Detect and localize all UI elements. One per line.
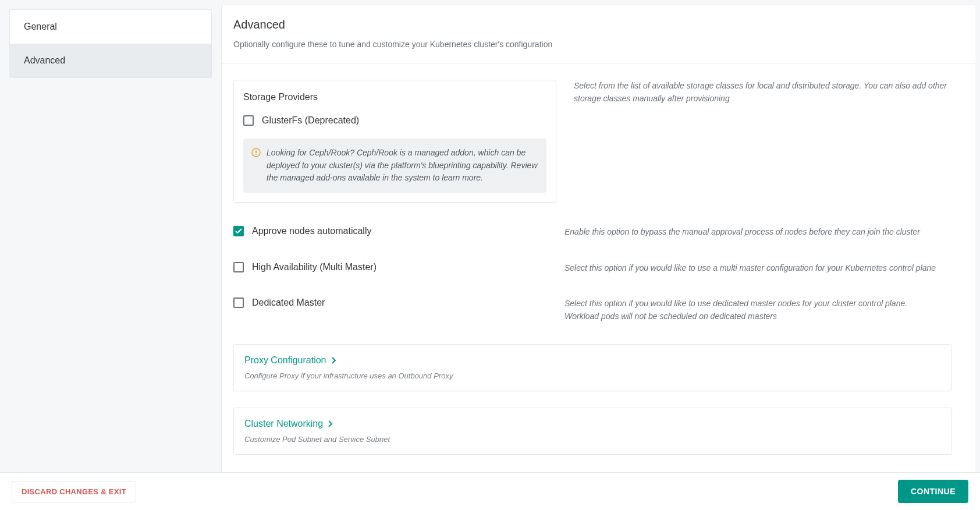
- checkbox[interactable]: [243, 115, 254, 126]
- storage-desc: Select from the list of available storag…: [556, 63, 975, 105]
- panel-cluster-networking[interactable]: Cluster Networking Customize Pod Subnet …: [233, 408, 952, 455]
- sidebar-item-label: Advanced: [24, 55, 65, 65]
- main-panel: Advanced Optionally configure these to t…: [221, 5, 975, 474]
- continue-button[interactable]: CONTINUE: [898, 480, 968, 503]
- checkbox[interactable]: [233, 262, 244, 272]
- panel-title: Proxy Configuration: [244, 355, 326, 366]
- main-header: Advanced Optionally configure these to t…: [222, 5, 975, 63]
- chevron-right-icon: [331, 357, 337, 364]
- setting-label: High Availability (Multi Master): [252, 262, 377, 272]
- svg-rect-2: [255, 154, 257, 155]
- setting-desc: Select this option if you would like to …: [564, 262, 964, 275]
- setting-label: Approve nodes automatically: [252, 226, 371, 236]
- panel-proxy-configuration[interactable]: Proxy Configuration Configure Proxy if y…: [233, 344, 952, 391]
- checkbox[interactable]: [233, 298, 244, 308]
- sidebar: General Advanced: [0, 0, 221, 474]
- setting-desc: Select this option if you would like to …: [564, 298, 964, 323]
- panel-desc: Configure Proxy if your infrastructure u…: [244, 371, 941, 380]
- info-text: Looking for Ceph/Rook? Ceph/Rook is a ma…: [267, 147, 538, 185]
- storage-title: Storage Providers: [243, 92, 546, 102]
- expand-header[interactable]: Cluster Networking: [244, 419, 941, 429]
- info-banner: Looking for Ceph/Rook? Ceph/Rook is a ma…: [243, 139, 546, 193]
- setting-high-availability: High Availability (Multi Master) Select …: [222, 262, 975, 275]
- setting-dedicated-master: Dedicated Master Select this option if y…: [222, 298, 975, 323]
- expand-header[interactable]: Proxy Configuration: [244, 355, 941, 366]
- panel-title: Cluster Networking: [244, 419, 323, 429]
- chevron-right-icon: [328, 420, 333, 427]
- panel-desc: Customize Pod Subnet and Service Subnet: [244, 435, 941, 444]
- setting-desc: Enable this option to bypass the manual …: [564, 226, 964, 239]
- sidebar-item-label: General: [24, 22, 57, 31]
- info-icon: [251, 148, 261, 157]
- page-title: Advanced: [233, 18, 964, 31]
- setting-label: Dedicated Master: [252, 298, 325, 308]
- sidebar-item-general[interactable]: General: [10, 10, 211, 44]
- discard-button[interactable]: DISCARD CHANGES & EXIT: [12, 481, 136, 502]
- checkbox-label: GlusterFs (Deprecated): [262, 115, 359, 126]
- sidebar-card: General Advanced: [9, 9, 212, 78]
- footer-bar: DISCARD CHANGES & EXIT CONTINUE: [0, 472, 980, 510]
- setting-approve-nodes: Approve nodes automatically Enable this …: [222, 226, 975, 239]
- storage-providers-card: Storage Providers GlusterFs (Deprecated)…: [233, 80, 556, 203]
- sidebar-item-advanced[interactable]: Advanced: [10, 44, 211, 77]
- checkbox[interactable]: [233, 226, 244, 236]
- svg-rect-1: [255, 150, 257, 153]
- page-subtitle: Optionally configure these to tune and c…: [233, 40, 964, 49]
- storage-option-glusterfs[interactable]: GlusterFs (Deprecated): [243, 115, 546, 126]
